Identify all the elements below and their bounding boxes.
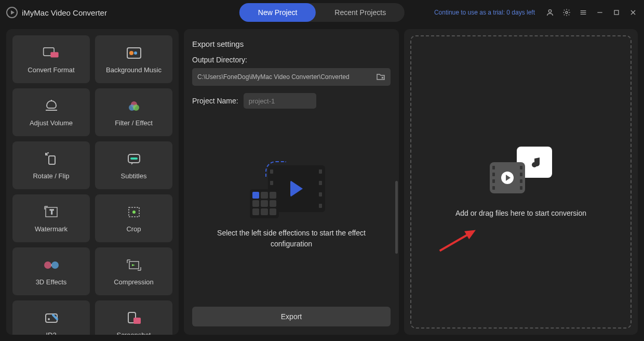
app-logo-icon [6,7,18,18]
convert-format-icon [43,45,60,61]
export-hint: Select the left side effections to start… [213,228,369,250]
drop-panel: Add or drag files here to start conversi… [404,29,638,335]
tool-label: 3D Effects [36,278,67,286]
tool-label: Crop [126,225,141,233]
top-tabs: New Project Recent Projects [239,3,405,22]
tool-label: Screenshot [117,331,151,335]
maximize-button[interactable] [612,8,621,17]
tool-filter-effect[interactable]: Filter / Effect [95,88,172,136]
output-directory-path: C:\Users\FoneDog\iMyMac Video Converter\… [197,73,376,81]
svg-point-1 [566,11,568,14]
svg-rect-6 [614,10,619,15]
tool-label: Convert Format [28,66,74,74]
svg-line-40 [440,233,471,251]
video-file-icon [490,162,525,193]
effect-illustration [250,161,333,218]
tool-label: ID3 [46,331,56,335]
svg-point-0 [548,10,551,12]
tool-background-music[interactable]: Background Music [95,35,172,83]
minimize-button[interactable] [595,8,605,17]
app-logo-area: iMyMac Video Converter [6,7,107,18]
tool-label: Subtitles [121,172,147,180]
titlebar: iMyMac Video Converter New Project Recen… [0,0,644,25]
svg-text:T: T [50,208,54,216]
svg-point-27 [44,261,51,269]
compression-icon [125,257,143,273]
dropzone-text: Add or drag files here to start conversi… [455,209,586,217]
watermark-icon: T [43,204,60,220]
export-heading: Export settings [192,40,391,48]
svg-point-12 [129,51,133,55]
annotation-arrow-icon [432,224,480,260]
background-music-icon [125,45,143,61]
tool-compression[interactable]: Compression [95,247,172,295]
adjust-volume-icon [43,98,60,114]
tool-label: Filter / Effect [115,119,153,127]
rotate-flip-icon [43,151,60,167]
tool-label: Compression [114,278,154,286]
svg-marker-41 [464,226,478,240]
output-directory-row: C:\Users\FoneDog\iMyMac Video Converter\… [192,68,391,86]
svg-point-28 [51,261,59,269]
tool-screenshot[interactable]: Screenshot [95,300,172,335]
dropzone-illustration [490,147,552,193]
trial-status[interactable]: Continue to use as a trial: 0 days left [434,9,535,16]
settings-icon[interactable] [562,8,571,17]
output-directory-label: Output Directory: [192,56,391,64]
user-icon[interactable] [545,8,555,17]
screenshot-icon [125,310,143,326]
filter-effect-icon [125,98,143,114]
tab-new-project[interactable]: New Project [239,3,316,22]
tool-label: Background Music [106,66,162,74]
browse-folder-button[interactable] [376,73,385,81]
svg-rect-20 [130,158,138,160]
export-panel: Export settings Output Directory: C:\Use… [184,29,399,335]
tool-crop[interactable]: Crop [95,194,172,242]
tool-watermark[interactable]: T Watermark [12,194,90,242]
svg-point-26 [132,211,136,214]
tool-id3[interactable]: ID3 [12,300,90,335]
tool-label: Rotate / Flip [33,172,69,180]
tool-label: Adjust Volume [30,119,73,127]
svg-point-13 [134,51,137,55]
svg-point-37 [48,318,50,320]
svg-rect-10 [50,52,58,57]
svg-point-17 [133,104,139,111]
tab-recent-projects[interactable]: Recent Projects [316,3,405,22]
app-title: iMyMac Video Converter [22,8,107,17]
project-name-label: Project Name: [192,97,238,105]
id3-icon [43,310,60,326]
tools-panel: Convert Format Background Music Adjust V… [6,29,179,335]
subtitles-icon [125,151,143,167]
tool-3d-effects[interactable]: 3D Effects [12,247,90,295]
close-button[interactable] [628,8,638,17]
3d-effects-icon [43,257,60,273]
crop-icon [125,204,143,220]
project-name-input[interactable] [244,93,316,109]
tool-label: Watermark [35,225,68,233]
export-button[interactable]: Export [192,307,391,326]
file-dropzone[interactable]: Add or drag files here to start conversi… [410,35,632,329]
tool-rotate-flip[interactable]: Rotate / Flip [12,141,90,189]
menu-icon[interactable] [579,8,588,17]
tool-convert-format[interactable]: Convert Format [12,35,90,83]
tool-adjust-volume[interactable]: Adjust Volume [12,88,90,136]
svg-rect-39 [133,318,141,324]
svg-rect-18 [49,156,55,164]
mid-scrollbar[interactable] [395,35,398,329]
svg-marker-35 [132,264,135,266]
tool-subtitles[interactable]: Subtitles [95,141,172,189]
